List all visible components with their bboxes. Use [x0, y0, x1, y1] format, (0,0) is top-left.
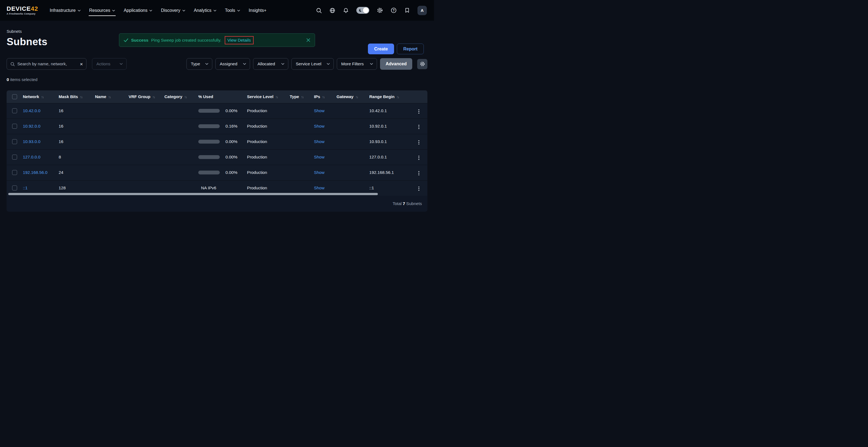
view-details-link[interactable]: View Details — [225, 36, 254, 44]
show-ips-link[interactable]: Show — [314, 124, 324, 128]
sort-icon[interactable]: ↑↓ — [275, 95, 278, 99]
row-menu-button[interactable] — [416, 154, 422, 162]
show-ips-link[interactable]: Show — [314, 155, 324, 159]
assigned-filter-dropdown[interactable]: Assigned — [215, 58, 250, 70]
network-link[interactable]: 127.0.0.0 — [23, 155, 40, 159]
table-row: 10.92.0.0 16 0.16% Production Show 10.92… — [7, 119, 427, 134]
network-link[interactable]: ::1 — [23, 185, 28, 190]
col-used: % Used — [198, 90, 247, 103]
row-menu-button[interactable] — [416, 108, 422, 116]
used-cell: 0.00% — [198, 165, 247, 180]
gear-icon[interactable] — [377, 7, 383, 13]
sort-icon[interactable]: ↑↓ — [184, 95, 187, 99]
col-range-begin[interactable]: Range Begin↑↓ — [369, 90, 414, 103]
row-menu-button[interactable] — [416, 123, 422, 131]
theme-toggle[interactable] — [356, 7, 369, 14]
row-checkbox[interactable] — [12, 185, 17, 190]
sort-icon[interactable]: ↑↓ — [397, 95, 399, 99]
select-all-checkbox[interactable] — [12, 94, 17, 99]
toast-close-icon[interactable] — [306, 38, 310, 42]
show-ips-link[interactable]: Show — [314, 108, 324, 113]
col-type[interactable]: Type↑↓ — [290, 90, 314, 103]
range-begin-cell: 192.168.56.1 — [369, 165, 414, 180]
type-filter-dropdown[interactable]: Type — [186, 58, 212, 70]
col-name[interactable]: Name↑↓ — [95, 90, 129, 103]
row-checkbox[interactable] — [12, 139, 17, 144]
col-ips[interactable]: IPs↑↓ — [314, 90, 337, 103]
vrf-group-cell — [129, 119, 164, 134]
notifications-bell-icon[interactable] — [343, 7, 349, 13]
name-cell — [95, 119, 129, 134]
device42-logo[interactable]: DEVICE42 A Freshworks Company — [7, 6, 38, 15]
chevron-down-icon — [327, 63, 330, 65]
toggle-knob — [363, 7, 369, 13]
clear-search-icon[interactable]: × — [80, 61, 83, 67]
usage-bar — [198, 109, 220, 113]
nav-resources[interactable]: Resources — [89, 0, 115, 21]
type-cell — [290, 103, 314, 119]
breadcrumb[interactable]: Subnets — [7, 29, 427, 34]
allocated-filter-dropdown[interactable]: Allocated — [253, 58, 288, 70]
row-checkbox[interactable] — [12, 155, 17, 159]
table-settings-button[interactable] — [417, 59, 427, 69]
col-service-level[interactable]: Service Level↑↓ — [247, 90, 290, 103]
range-begin-cell: 10.92.0.1 — [369, 119, 414, 134]
used-cell: 0.00% — [198, 134, 247, 149]
sort-icon[interactable]: ↑↓ — [80, 95, 82, 99]
globe-icon[interactable] — [329, 7, 335, 13]
row-checkbox[interactable] — [12, 170, 17, 175]
create-button[interactable]: Create — [368, 43, 394, 54]
chevron-down-icon — [78, 10, 81, 11]
horizontal-scrollbar[interactable] — [8, 193, 378, 195]
category-cell — [164, 134, 198, 149]
search-icon[interactable] — [316, 7, 322, 13]
col-mask-bits[interactable]: Mask Bits↑↓ — [59, 90, 95, 103]
help-icon[interactable]: ? — [391, 7, 397, 13]
col-gateway[interactable]: Gateway↑↓ — [337, 90, 369, 103]
chevron-down-icon — [149, 10, 152, 11]
type-cell — [290, 119, 314, 134]
more-filters-dropdown[interactable]: More Filters — [337, 58, 377, 70]
show-ips-link[interactable]: Show — [314, 170, 324, 175]
selection-summary: 0 items selected — [7, 77, 427, 82]
col-vrf-group[interactable]: VRF Group↑↓ — [129, 90, 164, 103]
nav-applications[interactable]: Applications — [124, 0, 152, 21]
toast-status: Success — [131, 38, 149, 43]
sort-icon[interactable]: ↑↓ — [41, 95, 43, 99]
network-link[interactable]: 192.168.56.0 — [23, 170, 48, 175]
row-menu-button[interactable] — [416, 170, 422, 177]
sort-icon[interactable]: ↑↓ — [108, 95, 111, 99]
nav-analytics[interactable]: Analytics — [194, 0, 216, 21]
nav-insights[interactable]: Insights+ — [249, 0, 266, 21]
col-network[interactable]: Network↑↓ — [23, 90, 59, 103]
network-link[interactable]: 10.42.0.0 — [23, 108, 40, 113]
vrf-group-cell — [129, 165, 164, 180]
sort-icon[interactable]: ↑↓ — [355, 95, 358, 99]
network-link[interactable]: 10.92.0.0 — [23, 124, 40, 128]
subnets-table: Network↑↓ Mask Bits↑↓ Name↑↓ VRF Group↑↓… — [7, 90, 427, 196]
total-value: 7 — [403, 201, 405, 206]
col-category[interactable]: Category↑↓ — [164, 90, 198, 103]
row-menu-button[interactable] — [416, 139, 422, 146]
bookmark-icon[interactable] — [404, 7, 410, 13]
user-avatar[interactable]: A — [417, 6, 427, 15]
row-checkbox[interactable] — [12, 124, 17, 129]
show-ips-link[interactable]: Show — [314, 185, 324, 190]
row-menu-button[interactable] — [416, 185, 422, 192]
sort-icon[interactable]: ↑↓ — [322, 95, 325, 99]
report-button[interactable]: Report — [397, 43, 424, 54]
nav-tools[interactable]: Tools — [225, 0, 240, 21]
sort-icon[interactable]: ↑↓ — [301, 95, 304, 99]
gateway-cell — [337, 119, 369, 134]
actions-dropdown[interactable]: Actions — [92, 58, 127, 70]
row-checkbox[interactable] — [12, 108, 17, 113]
service-level-filter-dropdown[interactable]: Service Level — [291, 58, 334, 70]
advanced-button[interactable]: Advanced — [380, 58, 412, 70]
mask-bits-cell: 8 — [59, 149, 95, 165]
nav-infrastructure[interactable]: Infrastructure — [50, 0, 81, 21]
search-input[interactable] — [17, 61, 78, 66]
show-ips-link[interactable]: Show — [314, 139, 324, 144]
sort-icon[interactable]: ↑↓ — [152, 95, 155, 99]
nav-discovery[interactable]: Discovery — [161, 0, 185, 21]
network-link[interactable]: 10.93.0.0 — [23, 139, 40, 144]
